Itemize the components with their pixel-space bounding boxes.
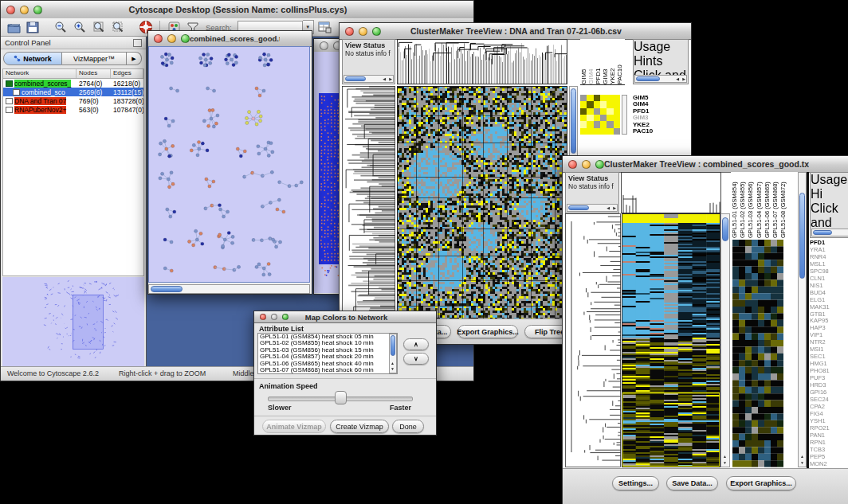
table-row[interactable]: DNA and Tran 07 769(0) 183728(0) <box>3 96 143 105</box>
row-dendrogram-canvas[interactable] <box>565 213 621 467</box>
matrix-cell[interactable] <box>587 95 593 101</box>
matrix-cell[interactable] <box>587 108 593 115</box>
matrix-cell[interactable] <box>587 115 593 121</box>
list-vscrollbar[interactable]: ▲ ▼ <box>389 334 397 373</box>
matrix-cell[interactable] <box>580 95 587 101</box>
matrix-cell[interactable] <box>607 128 613 135</box>
network-view-canvas[interactable] <box>149 47 309 282</box>
matrix-cell[interactable] <box>600 128 607 135</box>
attribute-item[interactable]: GPL51-07 (GSM868) heat shock 60 min <box>258 367 397 373</box>
settings-button[interactable]: Settings... <box>612 476 659 490</box>
tab-vizmapper[interactable]: VizMapper™ <box>62 52 127 65</box>
scrollbar-thumb[interactable] <box>571 88 576 154</box>
scrollbar-thumb[interactable] <box>636 76 660 81</box>
matrix-cell[interactable] <box>600 108 607 115</box>
column-header-nodes[interactable]: Nodes <box>77 69 111 78</box>
matrix-cell[interactable] <box>587 121 593 127</box>
usage-hscrollbar[interactable]: ◀ ▶ <box>634 75 687 83</box>
zoom-icon[interactable] <box>181 34 190 43</box>
float-panel-icon[interactable] <box>133 39 142 47</box>
scroll-up-icon[interactable]: ▲ <box>800 454 804 459</box>
dialog-titlebar[interactable]: Map Colors to Network <box>254 311 436 323</box>
zoom-icon[interactable] <box>33 6 42 14</box>
column-label[interactable]: GIM5 <box>580 39 587 84</box>
zoom-icon[interactable] <box>282 314 289 320</box>
heatmap-vscrollbar[interactable]: ▲ ▼ <box>720 213 730 467</box>
matrix-cell[interactable] <box>600 121 607 127</box>
matrix-vscrollbar[interactable] <box>622 95 627 135</box>
column-dendrogram-canvas[interactable] <box>397 39 567 84</box>
heatmap-canvas[interactable] <box>397 86 567 319</box>
matrix-cell[interactable] <box>580 101 587 107</box>
matrix-cell[interactable] <box>594 121 600 127</box>
matrix-cell[interactable] <box>614 108 620 115</box>
scrollbar-thumb[interactable] <box>722 217 728 241</box>
matrix-cell[interactable] <box>580 128 587 135</box>
close-icon[interactable] <box>345 27 354 36</box>
scrollbar-thumb[interactable] <box>151 286 183 292</box>
scroll-left-icon[interactable]: ◀ <box>607 205 610 211</box>
column-dendrogram-canvas[interactable] <box>621 172 721 213</box>
matrix-cell[interactable] <box>587 101 593 107</box>
move-up-button[interactable]: ∧ <box>403 338 429 350</box>
status-hscrollbar[interactable]: ◀ ▶ <box>344 75 394 83</box>
scroll-up-icon[interactable]: ▲ <box>723 454 727 459</box>
matrix-cell[interactable] <box>607 108 613 115</box>
column-label[interactable]: GIM4 <box>587 39 595 84</box>
main-titlebar[interactable]: Cytoscape Desktop (Session Name: collins… <box>1 1 473 19</box>
close-icon[interactable] <box>260 314 266 320</box>
table-row[interactable]: combined_scores_ 2764(0) 16218(0) <box>3 79 143 88</box>
zoom-heatmap-canvas[interactable] <box>731 238 798 467</box>
matrix-cell[interactable] <box>580 115 587 121</box>
minimize-icon[interactable] <box>359 27 367 36</box>
close-icon[interactable] <box>320 41 328 50</box>
scroll-left-icon[interactable]: ◀ <box>676 76 679 82</box>
scroll-right-icon[interactable]: ▶ <box>389 76 392 82</box>
matrix-cell[interactable] <box>607 121 613 127</box>
zoom-in-icon[interactable] <box>72 20 88 35</box>
network-hscrollbar[interactable] <box>148 284 310 294</box>
minimize-icon[interactable] <box>271 314 277 320</box>
minimize-icon[interactable] <box>582 160 591 169</box>
zoom-icon[interactable] <box>372 27 381 36</box>
heatmap-canvas[interactable] <box>622 213 720 467</box>
export-graphics-button[interactable]: Export Graphics... <box>457 325 518 338</box>
slider-thumb[interactable] <box>335 391 347 404</box>
matrix-cell[interactable] <box>594 108 600 115</box>
scrollbar-thumb[interactable] <box>568 205 589 210</box>
open-file-icon[interactable] <box>6 20 22 35</box>
save-data-button[interactable]: Save Data... <box>666 476 718 490</box>
save-icon[interactable] <box>25 20 41 35</box>
close-icon[interactable] <box>154 34 163 43</box>
matrix-cell[interactable] <box>614 121 620 127</box>
column-label[interactable]: YKE2 <box>609 39 616 84</box>
treeview2-titlebar[interactable]: ClusterMaker TreeView : combined_scores_… <box>563 156 848 173</box>
column-label[interactable]: GPL51-04 (GSM857) <box>756 172 764 238</box>
matrix-cell[interactable] <box>600 95 607 101</box>
matrix-cell[interactable] <box>607 101 613 107</box>
matrix-cell[interactable] <box>614 101 620 107</box>
matrix-cell[interactable] <box>594 115 600 121</box>
network-window-1-titlebar[interactable]: combined_scores_good.txt--cluste... <box>148 31 312 47</box>
close-icon[interactable] <box>568 160 577 169</box>
scrollbar-thumb[interactable] <box>799 193 805 279</box>
column-label[interactable]: GPL51-02 (GSM855) <box>739 172 747 238</box>
row-label[interactable]: PAC10 <box>633 128 681 135</box>
zoom-fit-icon[interactable] <box>91 20 107 35</box>
treeview1-titlebar[interactable]: ClusterMaker TreeView : DNA and Tran 07-… <box>340 23 691 40</box>
usage-hscrollbar[interactable] <box>811 229 848 236</box>
column-label[interactable]: GPL51-07 (GSM868) <box>771 172 779 238</box>
scroll-down-icon[interactable]: ▼ <box>391 366 395 372</box>
minimize-icon[interactable] <box>167 34 176 43</box>
matrix-cell[interactable] <box>594 101 600 107</box>
done-button[interactable]: Done <box>392 420 424 433</box>
move-down-button[interactable]: ∨ <box>403 353 429 365</box>
column-label[interactable]: GIM3 <box>602 39 609 84</box>
network-overview-thumbnail[interactable] <box>2 277 144 366</box>
matrix-cell[interactable] <box>607 115 613 121</box>
scrollbar-thumb[interactable] <box>391 335 395 356</box>
column-header-edges[interactable]: Edges <box>111 69 143 78</box>
right-vscrollbar[interactable]: ▲ ▼ <box>798 172 807 467</box>
table-row[interactable]: RNAPuberNov2+ 563(0) 107847(0) <box>3 105 143 114</box>
column-label[interactable]: GPL51-08 (GSM872) <box>779 172 787 238</box>
